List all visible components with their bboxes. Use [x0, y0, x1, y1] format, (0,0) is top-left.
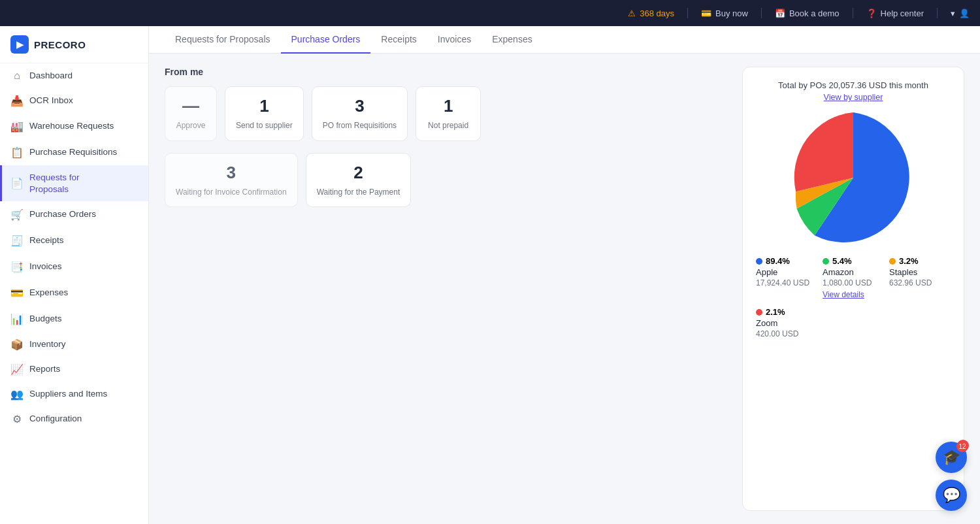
sidebar-item-purchase-orders[interactable]: 🛒 Purchase Orders +: [0, 201, 148, 227]
warehouse-icon: 🏭: [11, 120, 23, 132]
logo: ▶ PRECORO: [0, 26, 148, 63]
chart-legend: 89.4% Apple 17,924.40 USD 5.4% Amazon 1,…: [756, 256, 951, 338]
trial-alert[interactable]: ⚠ 368 days: [628, 8, 674, 18]
sidebar-item-reports[interactable]: 📈 Reports: [0, 357, 148, 382]
stat-number-waiting-payment: 2: [317, 163, 400, 183]
float-buttons: 🎓 12 💬: [936, 442, 967, 511]
clipboard-icon: 📋: [11, 146, 23, 158]
legend-staples: 3.2% Staples 632.96 USD: [889, 256, 951, 299]
stat-label-approve: Approve: [176, 121, 206, 130]
receipt-icon: 🧾: [11, 235, 23, 246]
tab-receipts[interactable]: Receipts: [370, 26, 427, 54]
stat-card-approve[interactable]: — Approve: [165, 86, 217, 141]
legend-zoom-amount: 420.00 USD: [756, 329, 817, 338]
book-demo-button[interactable]: 📅 Book a demo: [775, 8, 840, 18]
legend-amazon: 5.4% Amazon 1,080.00 USD View details: [823, 256, 884, 299]
tab-invoices[interactable]: Invoices: [427, 26, 482, 54]
stat-label-waiting-payment: Waiting for the Payment: [317, 188, 400, 197]
legend-apple-pct: 89.4%: [756, 256, 817, 266]
view-details-link[interactable]: View details: [823, 290, 884, 299]
topbar: ⚠ 368 days 💳 Buy now 📅 Book a demo ❓ Hel…: [0, 0, 980, 26]
amazon-dot: [823, 258, 829, 265]
expenses-icon: 💳: [11, 287, 23, 299]
sidebar-item-purchase-requisitions[interactable]: 📋 Purchase Requisitions +: [0, 139, 148, 165]
stat-number-invoice-confirm: 3: [176, 163, 287, 183]
stats-row-1: — Approve 1 Send to supplier 3 PO from R…: [165, 86, 727, 141]
logo-icon: ▶: [10, 35, 29, 54]
sidebar-item-dashboard[interactable]: ⌂ Dashboard: [0, 63, 148, 88]
stat-card-invoice-confirm[interactable]: 3 Waiting for Invoice Confirmation: [165, 153, 298, 208]
stat-card-waiting-payment[interactable]: 2 Waiting for the Payment: [306, 153, 412, 208]
box-icon: 📦: [11, 338, 23, 350]
chart-title: Total by POs 20,057.36 USD this month: [778, 80, 928, 90]
legend-amazon-pct: 5.4%: [823, 256, 884, 266]
tabs-bar: Requests for ProposalsPurchase OrdersRec…: [149, 26, 980, 54]
sidebar-item-warehouse-requests[interactable]: 🏭 Warehouse Requests +: [0, 113, 148, 139]
chevron-down-icon: ▾: [951, 8, 955, 18]
left-panel: From me — Approve 1 Send to supplier 3 P…: [165, 67, 727, 511]
stat-number-send-supplier: 1: [236, 96, 293, 116]
stat-card-send-supplier[interactable]: 1 Send to supplier: [225, 86, 304, 141]
nav-list: ⌂ Dashboard 📥 OCR Inbox 🏭 Warehouse Requ…: [0, 63, 148, 431]
sidebar-item-receipts[interactable]: 🧾 Receipts +: [0, 227, 148, 254]
calendar-icon: 📅: [775, 8, 785, 18]
logo-text: PRECORO: [34, 39, 86, 50]
tab-po[interactable]: Purchase Orders: [281, 26, 371, 54]
home-icon: ⌂: [11, 70, 23, 82]
sidebar-item-suppliers-items[interactable]: 👥 Suppliers and Items: [0, 382, 148, 406]
invoice-icon: 📑: [11, 261, 23, 272]
stat-label-not-prepaid: Not prepaid: [428, 121, 468, 130]
apple-dot: [756, 258, 762, 265]
legend-amazon-amount: 1,080.00 USD: [823, 278, 884, 287]
legend-apple-name: Apple: [756, 267, 817, 277]
bar-chart-icon: 📈: [11, 363, 23, 375]
topbar-sep-1: [687, 8, 688, 18]
tabs-container: Requests for ProposalsPurchase OrdersRec…: [165, 26, 543, 53]
stat-number-not-prepaid: 1: [427, 96, 470, 116]
sidebar-item-requests-for-proposals[interactable]: 📄 Requests for Proposals +: [0, 165, 148, 201]
alert-days: 368 days: [640, 8, 674, 18]
stat-card-not-prepaid[interactable]: 1 Not prepaid: [416, 86, 481, 141]
topbar-sep-4: [937, 8, 938, 18]
legend-zoom-pct: 2.1%: [756, 307, 817, 317]
tab-expenses[interactable]: Expenses: [482, 26, 542, 54]
layout: ▶ PRECORO ⌂ Dashboard 📥 OCR Inbox 🏭 Ware…: [0, 26, 980, 524]
legend-apple-amount: 17,924.40 USD: [756, 278, 817, 287]
sidebar-item-budgets[interactable]: 📊 Budgets +: [0, 306, 148, 332]
main-content: Requests for ProposalsPurchase OrdersRec…: [149, 26, 980, 524]
chat-button[interactable]: 💬: [936, 480, 967, 511]
file-text-icon: 📄: [11, 178, 23, 189]
view-by-supplier-link[interactable]: View by supplier: [824, 93, 883, 102]
tab-rfp[interactable]: Requests for Proposals: [165, 26, 281, 54]
staples-dot: [889, 258, 896, 265]
section-title: From me: [165, 67, 727, 77]
help-badge: 12: [957, 440, 969, 451]
legend-amazon-name: Amazon: [823, 267, 884, 277]
user-avatar-icon: 👤: [959, 8, 970, 18]
stat-label-send-supplier: Send to supplier: [236, 121, 293, 130]
question-icon: ❓: [866, 8, 877, 18]
sidebar-item-configuration[interactable]: ⚙ Configuration: [0, 406, 148, 431]
alert-icon: ⚠: [628, 8, 636, 18]
sidebar-item-invoices[interactable]: 📑 Invoices +: [0, 254, 148, 280]
chart-panel: Total by POs 20,057.36 USD this month Vi…: [742, 67, 964, 511]
shopping-cart-icon: 🛒: [11, 208, 23, 220]
settings-icon: ⚙: [11, 413, 23, 425]
help-center-button[interactable]: ❓ Help center: [866, 8, 924, 18]
topbar-sep-3: [853, 8, 853, 18]
legend-zoom: 2.1% Zoom 420.00 USD: [756, 307, 817, 338]
legend-zoom-name: Zoom: [756, 318, 817, 328]
sidebar-item-expenses[interactable]: 💳 Expenses +: [0, 280, 148, 306]
help-widget-button[interactable]: 🎓 12: [936, 442, 967, 473]
page-content: From me — Approve 1 Send to supplier 3 P…: [149, 54, 980, 524]
sidebar-item-inventory[interactable]: 📦 Inventory: [0, 332, 148, 357]
stat-card-po-requisitions[interactable]: 3 PO from Requisitions: [312, 86, 408, 141]
users-icon: 👥: [11, 388, 23, 400]
buy-now-button[interactable]: 💳 Buy now: [701, 8, 748, 18]
pie-chart: [788, 112, 919, 243]
stat-number-approve: —: [176, 96, 206, 116]
user-menu[interactable]: ▾ 👤: [951, 8, 970, 18]
inbox-icon: 📥: [11, 95, 23, 106]
stat-number-po-requisitions: 3: [323, 96, 397, 116]
sidebar-item-ocr-inbox[interactable]: 📥 OCR Inbox: [0, 88, 148, 113]
